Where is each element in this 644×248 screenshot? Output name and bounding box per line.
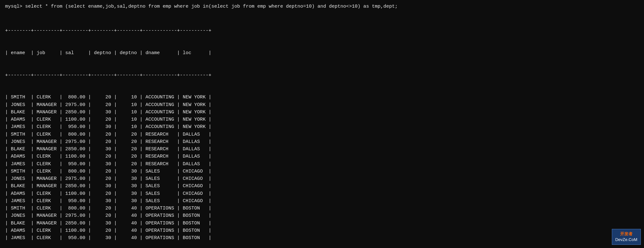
- table-container: +--------+---------+---------+--------+-…: [5, 12, 639, 248]
- table-row: | SMITH | CLERK | 800.00 | 20 | 10 | ACC…: [5, 94, 639, 101]
- table-row: | BLAKE | MANAGER | 2850.00 | 30 | 10 | …: [5, 109, 639, 116]
- table-row: | JONES | MANAGER | 2975.00 | 20 | 40 | …: [5, 212, 639, 219]
- mysql-prompt: mysql>: [5, 4, 25, 9]
- terminal-window: mysql> select * from (select ename,job,s…: [5, 3, 639, 248]
- watermark: 开发者 DevZe.CoM: [612, 229, 641, 245]
- table-row: | SMITH | CLERK | 800.00 | 20 | 20 | RES…: [5, 131, 639, 138]
- table-row: | ADAMS | CLERK | 1100.00 | 20 | 10 | AC…: [5, 116, 639, 123]
- table-header: | ename | job | sal | deptno | deptno | …: [5, 49, 639, 57]
- table-row: | BLAKE | MANAGER | 2850.00 | 30 | 20 | …: [5, 145, 639, 153]
- table-row: | BLAKE | MANAGER | 2850.00 | 30 | 40 | …: [5, 220, 639, 227]
- table-row: | SMITH | CLERK | 800.00 | 20 | 40 | OPE…: [5, 205, 639, 212]
- table-row: | JAMES | CLERK | 950.00 | 30 | 40 | OPE…: [5, 234, 639, 242]
- table-row: | JONES | MANAGER | 2975.00 | 20 | 30 | …: [5, 175, 639, 182]
- table-row: | JONES | MANAGER | 2975.00 | 20 | 20 | …: [5, 138, 639, 145]
- table-row: | JAMES | CLERK | 950.00 | 30 | 10 | ACC…: [5, 123, 639, 131]
- table-row: | ADAMS | CLERK | 1100.00 | 20 | 30 | SA…: [5, 190, 639, 197]
- query-line: mysql> select * from (select ename,job,s…: [5, 3, 639, 11]
- table-row: | BLAKE | MANAGER | 2850.00 | 30 | 30 | …: [5, 182, 639, 190]
- table-row: | JAMES | CLERK | 950.00 | 30 | 20 | RES…: [5, 160, 639, 168]
- query-text: select * from (select ename,job,sal,dept…: [25, 4, 398, 9]
- table-row: | ADAMS | CLERK | 1100.00 | 20 | 20 | RE…: [5, 153, 639, 160]
- table-row: | ADAMS | CLERK | 1100.00 | 20 | 40 | OP…: [5, 227, 639, 234]
- table-row: | JAMES | CLERK | 950.00 | 30 | 30 | SAL…: [5, 197, 639, 205]
- table-rows-container: | SMITH | CLERK | 800.00 | 20 | 10 | ACC…: [5, 94, 639, 242]
- table-row: | SMITH | CLERK | 800.00 | 20 | 30 | SAL…: [5, 168, 639, 175]
- separator-top: +--------+---------+---------+--------+-…: [5, 27, 639, 34]
- watermark-top: 开发者: [615, 231, 637, 237]
- table-row: | JONES | MANAGER | 2975.00 | 20 | 10 | …: [5, 101, 639, 109]
- separator-header: +--------+---------+---------+--------+-…: [5, 72, 639, 79]
- watermark-bottom: DevZe.CoM: [615, 237, 637, 243]
